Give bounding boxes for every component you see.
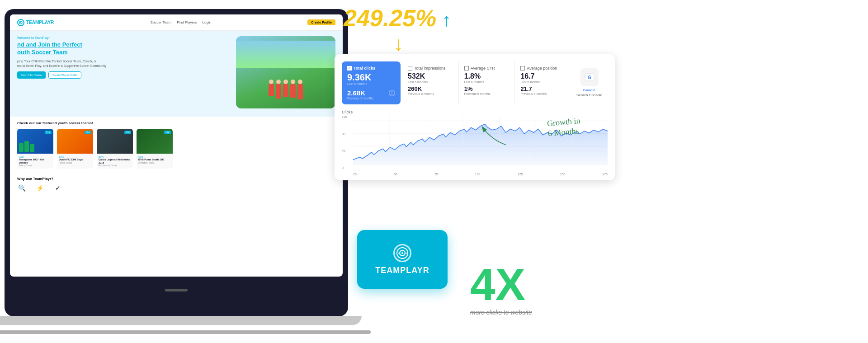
percentage-symbol: ↑ (442, 10, 451, 30)
hero-title-highlight: Perfect (62, 41, 82, 48)
x-label-75: 75 (434, 173, 438, 176)
featured-section: Check out our featured youth soccer team… (10, 117, 343, 173)
metric-label-impressions: Total impressions (414, 66, 446, 70)
hero-welcome: Welcome to TeamPlayr (17, 36, 231, 39)
y-label-0: 0 (342, 166, 353, 169)
website-nav: TEAMPLAYR Soccer Team Find Players Login… (10, 14, 343, 31)
metric-period1-position: Last 6 months (520, 80, 566, 84)
nav-logo-text: TEAMPLAYR (26, 20, 54, 25)
x-label-150: 150 (560, 173, 565, 176)
y-label-80: 80 (342, 132, 353, 136)
metric-label-clicks: Total clicks (354, 66, 375, 70)
metric-value-ctr: 1.8% (464, 72, 509, 80)
nav-links: Soccer Team Find Players Login (151, 20, 212, 24)
google-logo-section: G Google Search Console (571, 61, 608, 104)
hero-subtitle: ping Your Child Find the Perfect Soccer … (17, 59, 231, 68)
laptop-base-bottom (0, 330, 371, 334)
metric-period2-impressions: Previous 6 months (408, 92, 453, 95)
y-label-40: 40 (342, 149, 353, 152)
team-card-2: 20K Boys Dutch FC 2008 Boys Frisco, Texa… (57, 129, 93, 169)
team-card-img-4: 21K (137, 129, 173, 154)
chart-area: 120 80 40 0 (342, 115, 608, 169)
metric-period2-ctr: Previous 6 months (464, 92, 509, 95)
teamplayr-logo-icon (393, 244, 411, 262)
team-card-img-3: 27K (97, 129, 133, 154)
chart-y-labels: 120 80 40 0 (342, 115, 353, 169)
x-label-125: 125 (518, 173, 523, 176)
metric-period1-ctr: Last 6 months (464, 80, 509, 84)
metric-value2-ctr: 1% (464, 85, 509, 92)
team-card-info-4: Girls BVB Puma South 13G Arlington, Texa… (137, 154, 173, 166)
checkbox-impressions (408, 66, 412, 70)
hero-title-line2: outh Soccer Team (17, 49, 68, 56)
svg-point-1 (20, 22, 21, 23)
metric-info-icon: ⓘ (389, 89, 395, 98)
svg-point-16 (401, 252, 403, 254)
four-x-stat: 4X (470, 262, 525, 307)
why-icons: 🔍 ⚡ ✓ (17, 183, 335, 193)
chart-label: Clicks (342, 110, 608, 114)
nav-link-1: Soccer Team (151, 20, 172, 24)
hero-title: nd and Join the Perfect outh Soccer Team (17, 41, 231, 56)
team-card-info-1: Girls Renegades 10G - Van Deusen Frisco,… (17, 154, 53, 169)
search-icon: 🔍 (17, 183, 26, 193)
team-card-img-2: 20K (57, 129, 93, 154)
metric-period2-clicks: Previous 6 months (347, 97, 373, 100)
checkbox-ctr (464, 66, 469, 70)
hero-buttons: Search for Teams Create Player Profile (17, 71, 231, 79)
soccer-figures (269, 83, 303, 99)
metric-value-impressions: 532K (408, 72, 453, 80)
metric-ctr: Average CTR 1.8% Last 6 months 1% Previo… (459, 61, 515, 104)
team-card-img-1: 21K (17, 129, 53, 154)
metric-impressions: Total impressions 532K Last 6 months 260… (402, 61, 459, 104)
x-label-175: 175 (602, 173, 608, 176)
laptop-frame: TEAMPLAYR Soccer Team Find Players Login… (5, 9, 348, 316)
google-icon-box: G (580, 68, 599, 86)
metric-value2-position: 21.7 (520, 85, 566, 92)
metric-header-ctr: Average CTR (464, 66, 509, 70)
teamplayr-card: TEAMPLAYR (357, 230, 448, 289)
x-label-100: 100 (475, 173, 481, 176)
metric-label-position: Average position (527, 66, 557, 70)
metric-header-clicks: ✓ Total clicks (347, 66, 395, 70)
percentage-stat: 249.25% ↑ (344, 5, 451, 32)
right-side: 249.25% ↑ ↓ ✓ Total clicks 9.36K Last 6 … (316, 0, 868, 343)
why-section: Why use TeamPlayr? 🔍 ⚡ ✓ (10, 173, 343, 196)
laptop-mockup: TEAMPLAYR Soccer Team Find Players Login… (0, 0, 353, 343)
metric-total-clicks: ✓ Total clicks 9.36K Last 6 months 2.68K… (342, 61, 401, 104)
metric-period2-position: Previous 6 months (520, 92, 566, 95)
team-badge-1: 21K (45, 131, 52, 134)
team-card-info-3: Boys Dallas Legends Redhawks 2018 Richar… (97, 154, 133, 169)
check-icon: ✓ (53, 183, 62, 193)
stat-arrow-down: ↓ (393, 33, 403, 55)
team-card-3: 27K Boys Dallas Legends Redhawks 2018 Ri… (97, 129, 133, 169)
svg-text:G: G (588, 75, 591, 80)
team-card-info-2: Boys Dutch FC 2008 Boys Frisco, Texas (57, 154, 93, 166)
team-card-4: 21K Girls BVB Puma South 13G Arlington, … (137, 129, 173, 169)
team-badge-3: 27K (124, 131, 131, 134)
hero-title-line1: nd and Join the (17, 41, 62, 48)
checkbox-position (520, 66, 525, 70)
metric-period1-clicks: Last 6 months (347, 82, 395, 85)
nav-link-2: Find Players (177, 20, 197, 24)
create-profile-button[interactable]: Create Player Profile (48, 71, 81, 79)
metric-value-clicks: 9.36K (347, 72, 395, 82)
x-label-25: 25 (353, 173, 357, 176)
x-label-50: 50 (394, 173, 397, 176)
percentage-value: 249.25% (344, 5, 436, 31)
team-cards: 21K Girls Renegades 10G - Van Deusen Fri… (17, 129, 335, 169)
laptop-base (0, 316, 362, 325)
metric-position: Average position 16.7 Last 6 months 21.7… (515, 61, 571, 104)
search-teams-button[interactable]: Search for Teams (17, 71, 46, 79)
team-badge-2: 20K (85, 131, 91, 134)
nav-logo: TEAMPLAYR (17, 19, 54, 26)
y-label-120: 120 (342, 115, 353, 118)
team-badge-4: 21K (164, 131, 171, 134)
nav-link-3: Login (203, 20, 212, 24)
gsc-chart: Clicks 120 80 40 0 (342, 110, 608, 173)
website-hero: Welcome to TeamPlayr nd and Join the Per… (10, 31, 343, 117)
teamplayr-logo-text: TEAMPLAYR (375, 266, 429, 275)
gsc-panel: ✓ Total clicks 9.36K Last 6 months 2.68K… (335, 54, 615, 180)
google-search-console-label: Google Search Console (576, 88, 602, 98)
metric-label-ctr: Average CTR (471, 66, 495, 70)
